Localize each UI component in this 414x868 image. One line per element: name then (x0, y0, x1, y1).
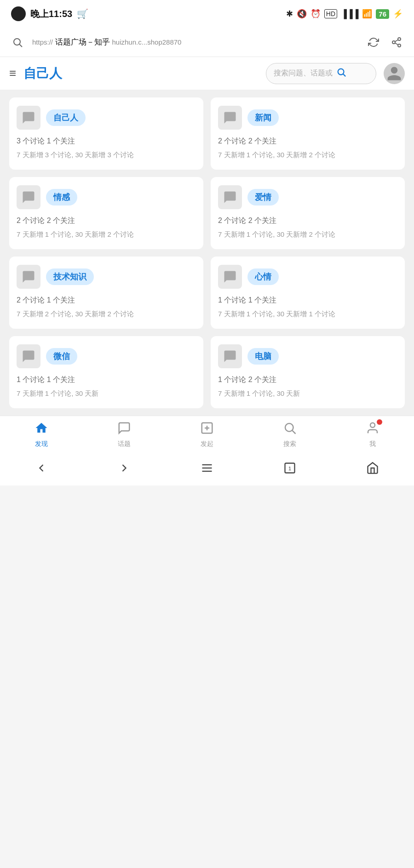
topic-icon-box-4 (17, 265, 40, 289)
url-bar[interactable]: https:// 话题广场－知乎 huizhun.c...shop28870 (0, 28, 414, 57)
topic-icon-box-3 (218, 185, 242, 209)
menu-button[interactable] (197, 458, 217, 478)
topic-activity-0: 7 天新增 3 个讨论, 30 天新增 3 个讨论 (17, 150, 196, 160)
svg-point-12 (285, 423, 293, 432)
topic-card-2[interactable]: 情感 2 个讨论 2 个关注 7 天新增 1 个讨论, 30 天新增 2 个讨论 (9, 177, 203, 249)
status-time-group: 晚上11:53 🛒 (11, 6, 88, 21)
nav-item-create[interactable]: 发起 (200, 421, 214, 448)
svg-point-7 (338, 69, 344, 74)
topic-label-5: 心情 (247, 268, 279, 285)
nav-item-me[interactable]: 我 (366, 421, 380, 448)
content-area: 自己人 3 个讨论 1 个关注 7 天新增 3 个讨论, 30 天新增 3 个讨… (0, 90, 414, 416)
topic-card-header-5: 心情 (218, 265, 397, 289)
topic-card-3[interactable]: 爱情 2 个讨论 2 个关注 7 天新增 1 个讨论, 30 天新增 2 个讨论 (211, 177, 405, 249)
svg-line-5 (395, 43, 398, 45)
search-placeholder-text: 搜索问题、话题或 (274, 69, 333, 78)
topic-icon-box-5 (218, 265, 242, 289)
topic-label-4: 技术知识 (46, 268, 94, 285)
search-submit-icon[interactable] (336, 67, 346, 80)
topic-card-header-7: 电脑 (218, 344, 397, 368)
topic-card-4[interactable]: 技术知识 2 个讨论 1 个关注 7 天新增 2 个讨论, 30 天新增 2 个… (9, 257, 203, 329)
nav-label-me: 我 (369, 440, 376, 448)
page-title: 话题广场－知乎 (55, 38, 110, 46)
svg-point-14 (370, 423, 375, 427)
status-bar: 晚上11:53 🛒 ✱ 🔇 ⏰ HD ▐▐▐ 📶 76 ⚡ (0, 0, 414, 28)
topic-icon-box-2 (17, 185, 40, 209)
url-text: https:// 话题广场－知乎 huizhun.c...shop28870 (32, 37, 359, 47)
status-time: 晚上11:53 (30, 8, 72, 20)
notification-badge (377, 419, 382, 425)
nav-label-search: 搜索 (283, 440, 296, 448)
app-header: ≡ 自己人 搜索问题、话题或 (0, 57, 414, 90)
nav-item-topics[interactable]: 话题 (117, 421, 131, 448)
topic-stats-1: 2 个讨论 2 个关注 (218, 136, 397, 146)
topic-label-6: 微信 (46, 348, 77, 365)
refresh-icon[interactable] (365, 34, 382, 51)
svg-text:1: 1 (288, 465, 291, 471)
topic-activity-5: 7 天新增 1 个讨论, 30 天新增 1 个讨论 (218, 309, 397, 320)
home-system-button[interactable] (362, 458, 383, 478)
topic-icon-box-6 (17, 344, 40, 368)
topic-activity-6: 7 天新增 1 个讨论, 30 天新 (17, 388, 196, 399)
topic-stats-0: 3 个讨论 1 个关注 (17, 136, 196, 146)
topic-grid: 自己人 3 个讨论 1 个关注 7 天新增 3 个讨论, 30 天新增 3 个讨… (9, 97, 405, 408)
signal-icon: ▐▐▐ (341, 9, 358, 19)
topic-stats-3: 2 个讨论 2 个关注 (218, 216, 397, 226)
svg-line-1 (20, 44, 23, 47)
topic-card-5[interactable]: 心情 1 个讨论 1 个关注 7 天新增 1 个讨论, 30 天新增 1 个讨论 (211, 257, 405, 329)
hamburger-icon[interactable]: ≡ (9, 66, 16, 80)
url-prefix: https:// (32, 38, 53, 46)
topic-icon-box-1 (218, 106, 242, 130)
topic-label-7: 电脑 (247, 348, 279, 365)
topic-card-7[interactable]: 电脑 1 个讨论 2 个关注 7 天新增 1 个讨论, 30 天新 (211, 336, 405, 408)
topic-stats-5: 1 个讨论 1 个关注 (218, 295, 397, 305)
tab-button[interactable]: 1 (280, 458, 300, 478)
avatar[interactable] (384, 63, 405, 84)
forward-button[interactable] (114, 458, 134, 478)
topic-activity-3: 7 天新增 1 个讨论, 30 天新增 2 个讨论 (218, 229, 397, 240)
topic-card-6[interactable]: 微信 1 个讨论 1 个关注 7 天新增 1 个讨论, 30 天新 (9, 336, 203, 408)
url-search-icon[interactable] (9, 34, 26, 51)
taobao-icon: 🛒 (77, 8, 88, 19)
nav-label-discover: 发现 (35, 440, 48, 448)
topic-label-3: 爱情 (247, 189, 279, 206)
topic-icon-box-7 (218, 344, 242, 368)
search-nav-icon (283, 421, 297, 438)
topic-activity-1: 7 天新增 1 个讨论, 30 天新增 2 个讨论 (218, 150, 397, 160)
status-icons: ✱ 🔇 ⏰ HD ▐▐▐ 📶 76 ⚡ (286, 9, 403, 19)
nav-item-discover[interactable]: 发现 (34, 421, 48, 448)
topic-label-0: 自己人 (46, 109, 86, 126)
chat-icon (117, 421, 131, 438)
home-icon (34, 421, 48, 438)
topic-card-0[interactable]: 自己人 3 个讨论 1 个关注 7 天新增 3 个讨论, 30 天新增 3 个讨… (9, 97, 203, 170)
svg-point-0 (14, 39, 20, 45)
bottom-nav: 发现 话题 发起 搜索 我 (0, 416, 414, 452)
topic-card-header-0: 自己人 (17, 106, 196, 130)
nav-label-topics: 话题 (118, 440, 131, 448)
plus-square-icon (200, 421, 214, 438)
svg-line-13 (293, 430, 296, 434)
topic-stats-6: 1 个讨论 1 个关注 (17, 375, 196, 385)
back-button[interactable] (31, 458, 52, 478)
nav-label-create: 发起 (201, 440, 213, 448)
svg-point-2 (398, 38, 401, 40)
svg-point-3 (392, 41, 395, 44)
camera-icon (11, 6, 26, 21)
topic-card-header-2: 情感 (17, 185, 196, 209)
url-detail: huizhun.c...shop28870 (112, 38, 182, 46)
topic-card-header-3: 爱情 (218, 185, 397, 209)
nav-item-search[interactable]: 搜索 (283, 421, 297, 448)
topic-activity-4: 7 天新增 2 个讨论, 30 天新增 2 个讨论 (17, 309, 196, 320)
share-icon[interactable] (388, 34, 405, 51)
topic-card-header-6: 微信 (17, 344, 196, 368)
topic-card-1[interactable]: 新闻 2 个讨论 2 个关注 7 天新增 1 个讨论, 30 天新增 2 个讨论 (211, 97, 405, 170)
search-bar[interactable]: 搜索问题、话题或 (266, 63, 376, 84)
topic-icon-box-0 (17, 106, 40, 130)
wifi-icon: 📶 (362, 9, 372, 19)
battery-bolt-icon: ⚡ (393, 9, 403, 19)
svg-line-8 (343, 74, 345, 76)
app-brand-title: 自己人 (23, 65, 259, 82)
battery-level: 76 (376, 9, 389, 19)
alarm-icon: ⏰ (310, 9, 321, 19)
mute-icon: 🔇 (297, 9, 307, 19)
